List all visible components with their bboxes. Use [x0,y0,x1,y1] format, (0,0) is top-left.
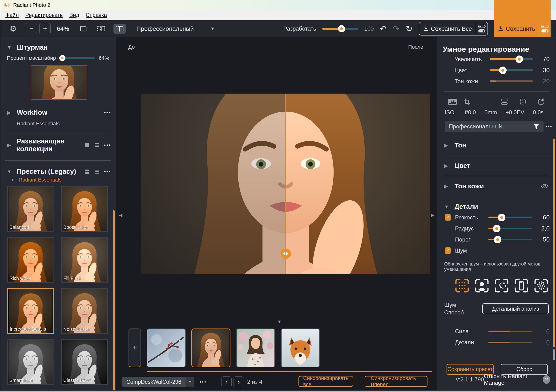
noise-method-night-icon[interactable] [494,278,509,293]
redo-icon[interactable]: ↷ [393,24,400,33]
save-all-options-toggle[interactable] [476,22,487,35]
exif-iso: ISO- [445,109,456,116]
filmstrip-item-4[interactable] [281,329,320,367]
zoom-out-button[interactable]: − [26,23,37,34]
presets-scrollbar[interactable] [113,210,115,390]
filmstrip-item-2-selected[interactable] [191,329,231,367]
sync-all-button[interactable]: Синхронизировать все [299,376,353,387]
list-view-icon[interactable] [94,169,100,174]
menu-file[interactable]: Файл [3,11,22,19]
grid-view-icon[interactable] [84,142,90,148]
before-after-stage[interactable] [141,94,430,274]
crop-icon[interactable] [463,98,471,106]
menu-edit[interactable]: Редактировать [23,11,66,19]
collapse-left-panel-icon[interactable]: ◄ [118,212,124,219]
noise-method-portrait-icon[interactable] [474,278,489,293]
add-image-button[interactable]: + [129,329,141,367]
section-tone[interactable]: ▶ Тон [437,140,556,151]
preset-classic-bw[interactable]: Classic B&W [61,339,108,385]
grid-view-icon[interactable] [84,169,90,174]
collections-menu-icon[interactable]: ••• [104,143,111,148]
sharpness-slider[interactable] [488,217,532,218]
zoom-in-button[interactable]: + [39,23,51,34]
radius-slider-knob[interactable] [493,225,501,232]
split-handle[interactable] [281,249,291,259]
toolbar: ⚙ − + 64% [0,20,556,38]
amount-slider[interactable] [490,58,533,60]
rotate-icon[interactable] [537,98,545,106]
next-image-button[interactable]: › [233,377,244,387]
undo-icon[interactable]: ↶ [380,24,386,33]
divider [5,160,111,161]
flip-horizontal-icon[interactable] [518,98,527,105]
section-details[interactable]: ▼ Детали [437,202,556,212]
workflow-item-radiant-essentials[interactable]: Radiant Essentials [0,121,116,127]
navigator-zoom-slider[interactable] [60,57,95,59]
split-divider[interactable] [285,94,286,274]
preset-increased-details[interactable]: Increased Details [7,288,54,334]
panel-preset-dropdown[interactable]: Профессиональный [445,121,543,132]
refresh-icon[interactable]: ↻ [405,24,412,34]
preset-grid: Balanced Boost Color Rich Color Fill Fla… [7,186,116,385]
preset-smartphone[interactable]: Smartphone [7,339,54,385]
amount-slider-knob[interactable] [516,55,523,63]
previous-image-button[interactable]: ‹ [221,377,232,387]
radius-slider[interactable] [488,228,532,229]
view-split-button[interactable] [114,24,126,34]
color-slider[interactable] [490,69,533,71]
panel-scrollbar-thumb[interactable] [553,349,555,360]
collections-section-header[interactable]: ▶ Развивающие коллекции ••• [0,137,116,153]
noise-method-strong-icon[interactable] [534,278,549,293]
panel-scrollbar[interactable] [553,138,555,347]
threshold-slider[interactable] [488,239,532,240]
preset-balanced[interactable]: Balanced [7,186,54,232]
preset-rich-color[interactable]: Rich Color [7,237,54,283]
view-single-button[interactable] [78,24,89,34]
preset-boost-color[interactable]: Boost Color [61,186,108,232]
toolbar-preset-dropdown[interactable]: Профессиональный ▼ [137,25,215,32]
preset-noise-buster[interactable]: Noise Buster [61,288,108,334]
flip-vertical-icon[interactable] [501,98,508,105]
workflow-menu-icon[interactable]: ••• [104,110,111,115]
collapse-right-panel-icon[interactable]: ► [430,212,435,219]
workflow-title: Workflow [17,109,47,116]
menu-help[interactable]: Справка [83,11,110,19]
sharpness-slider-knob[interactable] [498,214,505,221]
filmstrip-collapse-icon[interactable]: ▼ [277,319,282,324]
help-icon[interactable]: ? [543,375,550,384]
section-color[interactable]: ▶ Цвет [437,161,556,171]
save-all-button[interactable]: Сохранить Все [419,22,488,36]
detailed-analysis-button[interactable]: Детальный анализ [482,303,549,314]
open-radiant-manager-link[interactable]: Открыть Radiant Manager [484,373,541,386]
section-skin-tone[interactable]: ▶ Тон кожи [437,181,556,191]
presets-group-header[interactable]: ▼ Radiant Essentials [0,177,116,183]
navigator-thumbnail[interactable] [31,65,87,100]
sync-forward-button[interactable]: Синхронизировать Вперёд [365,376,427,387]
panel-preset-menu-icon[interactable]: ••• [545,124,552,129]
eye-visibility-icon[interactable] [541,183,549,189]
develop-slider-knob[interactable] [338,25,345,32]
noise-method-smartphone-icon[interactable] [514,278,529,293]
collection-dropdown[interactable]: CompDeskWalCol-296 ▼ [122,377,194,387]
menu-view[interactable]: Вид [66,11,82,19]
noise-method-auto-icon-selected[interactable] [455,278,470,293]
color-slider-knob[interactable] [499,67,507,74]
filmstrip-scrollbar[interactable] [147,371,432,372]
filmstrip-item-3[interactable] [236,329,275,367]
develop-slider[interactable] [322,28,358,30]
noise-checkbox[interactable]: ✓ [445,247,451,254]
filmstrip-item-1[interactable] [147,329,186,367]
presets-section-header[interactable]: ▼ Пресеты (Legacy) ••• [0,168,116,175]
preset-fill-flash[interactable]: Fill Flash [61,237,108,283]
workflow-section-header[interactable]: ▶ Workflow ••• [0,109,116,116]
threshold-slider-knob[interactable] [494,236,501,243]
settings-gear-icon[interactable]: ⚙ [10,24,17,33]
navigator-section-header[interactable]: ▼ Штурман [0,44,116,51]
histogram-icon[interactable] [448,98,457,105]
presets-menu-icon[interactable]: ••• [104,169,111,174]
navigator-zoom-knob[interactable] [59,55,65,61]
list-view-icon[interactable] [94,142,100,148]
view-sidebyside-button[interactable] [95,24,107,34]
collection-menu-icon[interactable]: ••• [200,379,207,385]
sharpness-checkbox[interactable]: ✓ [445,214,451,221]
